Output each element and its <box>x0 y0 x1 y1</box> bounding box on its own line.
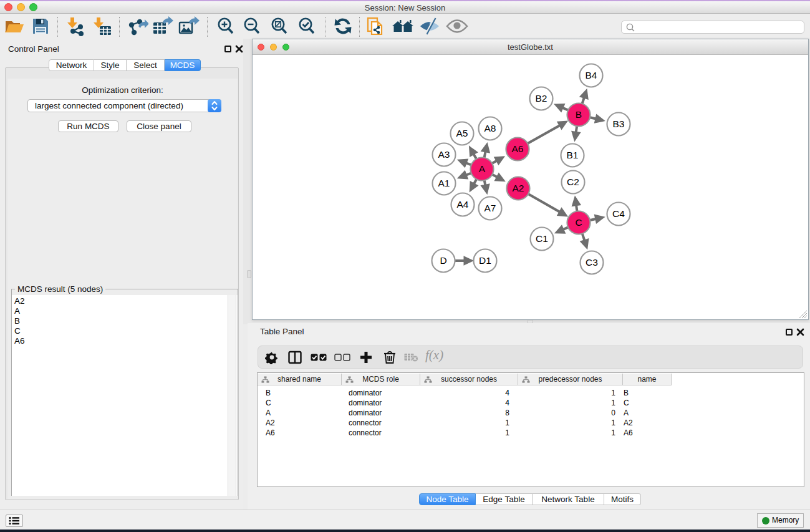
svg-text:A8: A8 <box>485 123 496 133</box>
svg-text:C3: C3 <box>586 257 598 268</box>
svg-text:A5: A5 <box>456 128 468 138</box>
svg-text:B3: B3 <box>613 118 625 129</box>
svg-text:B1: B1 <box>567 150 579 160</box>
svg-text:B2: B2 <box>536 93 547 104</box>
svg-text:D: D <box>440 255 446 266</box>
svg-text:C1: C1 <box>536 233 548 244</box>
svg-text:A4: A4 <box>457 199 469 210</box>
svg-text:A2: A2 <box>513 183 524 193</box>
svg-text:C: C <box>575 217 582 228</box>
svg-text:B4: B4 <box>586 70 597 80</box>
svg-text:A: A <box>479 163 486 174</box>
svg-text:A1: A1 <box>438 178 450 188</box>
svg-text:A7: A7 <box>485 203 496 213</box>
svg-text:C4: C4 <box>612 208 625 219</box>
svg-text:D1: D1 <box>479 255 491 266</box>
svg-text:A6: A6 <box>512 143 524 154</box>
svg-text:A3: A3 <box>438 149 450 160</box>
svg-text:B: B <box>576 109 582 120</box>
svg-text:C2: C2 <box>567 177 579 187</box>
